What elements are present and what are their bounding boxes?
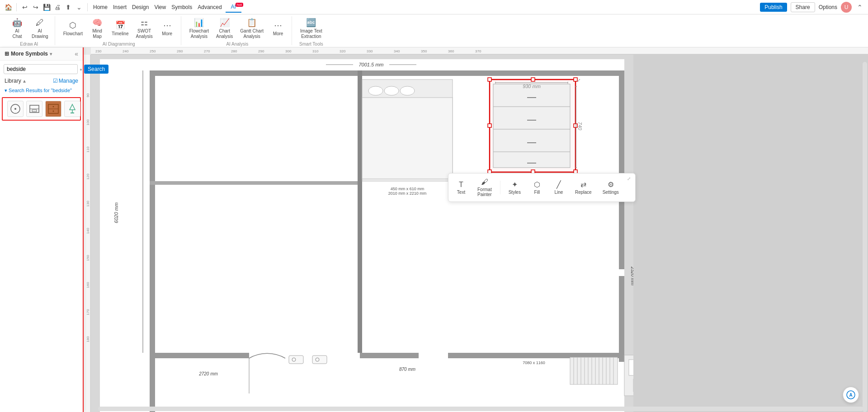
- ribbon-group-ai-diagramming: ⬡ Flowchart 🧠 MindMap 📅 Timeline ⚏ SWOTA…: [57, 16, 181, 45]
- ribbon-btn-chart-analysis[interactable]: 📈 ChartAnalysis: [213, 16, 236, 41]
- ribbon-btn-timeline[interactable]: 📅 Timeline: [109, 19, 131, 38]
- symbol-item-lamp[interactable]: [64, 101, 80, 117]
- print-button[interactable]: 🖨: [53, 3, 62, 12]
- svg-rect-111: [629, 360, 633, 375]
- svg-text:2010 mm x 2210 mm: 2010 mm x 2210 mm: [388, 191, 427, 196]
- svg-text:930 mm: 930 mm: [523, 84, 541, 89]
- ribbon-btn-more-analysis[interactable]: ⋯ More: [268, 19, 288, 38]
- ribbon-btn-ai-drawing[interactable]: 🖊 AIDrawing: [29, 17, 51, 41]
- toolbar-styles-button[interactable]: ✦ Styles: [506, 178, 524, 197]
- symbol-item-round[interactable]: [7, 101, 24, 117]
- flowchart-analysis-label: FlowchartAnalysis: [189, 28, 209, 39]
- svg-text:740: 740: [577, 122, 583, 131]
- results-kw-text: bedside: [53, 88, 71, 93]
- more-dropdown-button[interactable]: ⌄: [75, 3, 84, 12]
- tab-design[interactable]: Design: [130, 4, 151, 10]
- ribbon-btn-mindmap[interactable]: 🧠 MindMap: [87, 16, 107, 41]
- svg-text:A: A: [849, 393, 852, 398]
- tab-home[interactable]: Home: [91, 4, 109, 10]
- topbar: 🏠 ↩ ↪ 💾 🖨 ⬆ ⌄ Home Insert Design View Sy…: [0, 0, 868, 14]
- tab-advanced[interactable]: Advanced: [196, 4, 223, 10]
- options-button[interactable]: Options: [819, 4, 837, 10]
- share-button[interactable]: Share: [791, 2, 815, 12]
- svg-text:230: 230: [95, 49, 102, 53]
- publish-button[interactable]: Publish: [760, 3, 787, 12]
- svg-text:270: 270: [204, 49, 210, 53]
- ai-chat-icon: 🤖: [12, 18, 22, 28]
- user-avatar[interactable]: U: [841, 2, 852, 13]
- search-toggle[interactable]: ●: [80, 67, 82, 72]
- svg-point-8: [53, 111, 54, 112]
- ai-chat-label: AIChat: [12, 28, 22, 39]
- styles-icon: ✦: [512, 180, 518, 189]
- ribbon-btn-flowchart[interactable]: ⬡ Flowchart: [61, 19, 85, 38]
- ruler-top: 230 240 250 260 270 280 290 300 310 320 …: [91, 47, 868, 55]
- undo-button[interactable]: ↩: [20, 3, 29, 12]
- svg-text:180: 180: [86, 336, 90, 342]
- svg-text:350: 350: [421, 49, 427, 53]
- redo-button[interactable]: ↪: [31, 3, 40, 12]
- svg-marker-9: [70, 104, 75, 110]
- symbols-grid: [2, 97, 81, 121]
- ribbon-btn-more-diagramming[interactable]: ⋯ More: [157, 19, 177, 38]
- search-input[interactable]: [4, 64, 78, 74]
- canvas-area[interactable]: 230 240 250 260 270 280 290 300 310 320 …: [84, 47, 868, 412]
- ai-analysis-group-label: AI Analysis: [226, 42, 248, 47]
- toolbar-settings-button[interactable]: ⚙ Settings: [600, 178, 622, 197]
- library-collapse-icon[interactable]: ▴: [23, 78, 26, 84]
- svg-point-65: [400, 86, 415, 95]
- ribbon-btn-swot[interactable]: ⚏ SWOTAnalysis: [133, 16, 155, 41]
- toolbar-replace-button[interactable]: ⇄ Replace: [572, 178, 594, 197]
- symbol-item-rect[interactable]: [26, 101, 42, 117]
- svg-rect-73: [488, 124, 491, 127]
- float-toolbar: T Text 🖌 FormatPainter ✦ Styles ⬡ Fill: [448, 173, 636, 202]
- symbol-item-cabinet[interactable]: [45, 101, 61, 117]
- ribbon-content: 🤖 AIChat 🖊 AIDrawing Edraw AI ⬡ Flowchar…: [0, 14, 868, 47]
- panel-dropdown-icon: ▾: [50, 52, 52, 56]
- toolbar-format-painter-button[interactable]: 🖌 FormatPainter: [475, 176, 495, 199]
- timeline-icon: 📅: [115, 20, 125, 30]
- svg-rect-48: [150, 70, 155, 412]
- ai-assistant-button[interactable]: A: [843, 387, 859, 403]
- search-row: ● Search: [0, 61, 83, 76]
- tab-insert[interactable]: Insert: [111, 4, 128, 10]
- canvas-content[interactable]: 7001.5 mm: [91, 55, 868, 412]
- tab-view[interactable]: View: [152, 4, 168, 10]
- vertical-scrollbar[interactable]: [863, 62, 867, 412]
- ribbon-btn-image-text[interactable]: 🔤 Image TextExtraction: [297, 16, 325, 41]
- toolbar-line-button[interactable]: ╱ Line: [551, 178, 567, 197]
- panel-close-button[interactable]: «: [75, 50, 78, 57]
- toolbar-text-button[interactable]: T Text: [453, 179, 469, 197]
- toolbar-fill-button[interactable]: ⬡ Fill: [529, 178, 545, 197]
- library-row: Library ▴ ☑ Manage: [0, 76, 83, 86]
- home-icon[interactable]: 🏠: [4, 3, 13, 12]
- ribbon-group-items4: 🔤 Image TextExtraction: [297, 16, 325, 41]
- export-button[interactable]: ⬆: [64, 3, 73, 12]
- ribbon-btn-flowchart-analysis[interactable]: 📊 FlowchartAnalysis: [187, 16, 212, 41]
- smart-tools-group-label: Smart Tools: [299, 42, 323, 47]
- toolbar-collapse-icon[interactable]: ⤢: [627, 176, 631, 181]
- search-button[interactable]: Search: [84, 65, 108, 74]
- mindmap-icon: 🧠: [92, 18, 102, 28]
- ribbon-btn-gantt-analysis[interactable]: 📋 Gantt ChartAnalysis: [237, 16, 266, 41]
- svg-text:110: 110: [86, 146, 90, 153]
- svg-text:340: 340: [394, 49, 400, 53]
- svg-text:370: 370: [475, 49, 481, 53]
- manage-button[interactable]: ☑ Manage: [53, 78, 78, 84]
- timeline-label: Timeline: [112, 31, 128, 37]
- library-label-group: Library ▴: [5, 78, 26, 84]
- svg-rect-78: [493, 84, 570, 168]
- separator2: [87, 3, 88, 11]
- svg-text:7080 x 1160: 7080 x 1160: [523, 360, 545, 365]
- ribbon-group-items2: ⬡ Flowchart 🧠 MindMap 📅 Timeline ⚏ SWOTA…: [61, 16, 177, 41]
- tab-symbols[interactable]: Symbols: [170, 4, 194, 10]
- ribbon-btn-ai-chat[interactable]: 🤖 AIChat: [7, 16, 27, 41]
- horizontal-scrollbar[interactable]: [98, 407, 863, 411]
- svg-text:450 mm x 610 mm: 450 mm x 610 mm: [391, 187, 425, 191]
- fill-icon: ⬡: [534, 180, 540, 189]
- more-diagramming-label: More: [162, 31, 172, 37]
- save-button[interactable]: 💾: [42, 3, 51, 12]
- edraw-ai-group-label: Edraw AI: [20, 42, 38, 47]
- tab-ai[interactable]: AI hot: [226, 2, 241, 13]
- collapse-ribbon-button[interactable]: ⌃: [855, 3, 864, 12]
